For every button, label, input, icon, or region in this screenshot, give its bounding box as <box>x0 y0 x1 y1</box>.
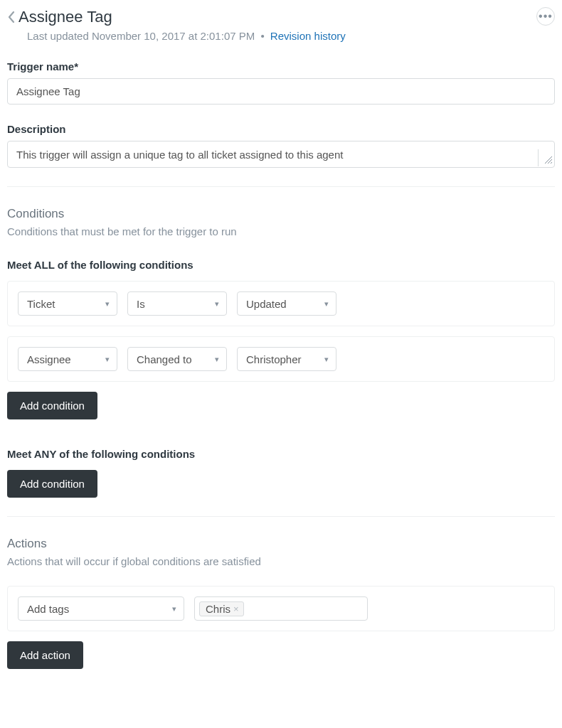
more-options-button[interactable]: ••• <box>536 7 555 26</box>
chevron-down-icon: ▾ <box>215 355 219 364</box>
meet-all-heading: Meet ALL of the following conditions <box>7 259 555 271</box>
last-updated-line: Last updated November 10, 2017 at 2:01:0… <box>27 30 555 42</box>
actions-title: Actions <box>7 537 555 551</box>
dots-icon: ••• <box>539 11 553 22</box>
conditions-title: Conditions <box>7 207 555 221</box>
condition-operator-select[interactable]: Changed to ▾ <box>127 347 227 371</box>
chevron-down-icon: ▾ <box>324 299 329 309</box>
chevron-down-icon: ▾ <box>105 299 110 309</box>
condition-field-select[interactable]: Ticket ▾ <box>18 291 117 316</box>
chevron-down-icon: ▾ <box>324 355 329 364</box>
condition-field-select[interactable]: Assignee ▾ <box>18 347 117 371</box>
condition-row: Ticket ▾ Is ▾ Updated ▾ <box>7 281 555 326</box>
action-field-select[interactable]: Add tags ▾ <box>18 596 184 621</box>
trigger-name-input[interactable] <box>7 78 555 105</box>
add-condition-button[interactable]: Add condition <box>7 470 97 498</box>
tag-chip: Chris × <box>199 601 244 616</box>
divider <box>7 186 555 187</box>
actions-subtitle: Actions that will occur if global condit… <box>7 555 555 567</box>
condition-operator-select[interactable]: Is ▾ <box>127 291 227 316</box>
description-label: Description <box>7 123 555 135</box>
condition-value-select[interactable]: Christopher ▾ <box>237 347 336 371</box>
resize-handle-icon[interactable] <box>538 149 555 166</box>
page-title: Assignee Tag <box>18 7 112 27</box>
remove-tag-icon[interactable]: × <box>233 604 239 614</box>
add-action-button[interactable]: Add action <box>7 641 83 669</box>
condition-value-select[interactable]: Updated ▾ <box>237 291 336 316</box>
description-input[interactable] <box>7 141 555 168</box>
chevron-down-icon: ▾ <box>105 355 110 364</box>
back-button[interactable] <box>7 7 16 28</box>
conditions-subtitle: Conditions that must be met for the trig… <box>7 225 555 237</box>
condition-row: Assignee ▾ Changed to ▾ Christopher ▾ <box>7 336 555 382</box>
chevron-down-icon: ▾ <box>215 299 219 309</box>
trigger-name-label: Trigger name* <box>7 60 555 73</box>
revision-history-link[interactable]: Revision history <box>270 30 346 42</box>
action-row: Add tags ▾ Chris × <box>7 586 555 631</box>
chevron-down-icon: ▾ <box>172 604 176 614</box>
add-condition-button[interactable]: Add condition <box>7 392 97 419</box>
tag-input[interactable]: Chris × <box>194 596 368 621</box>
divider <box>7 516 555 517</box>
meet-any-heading: Meet ANY of the following conditions <box>7 448 555 460</box>
